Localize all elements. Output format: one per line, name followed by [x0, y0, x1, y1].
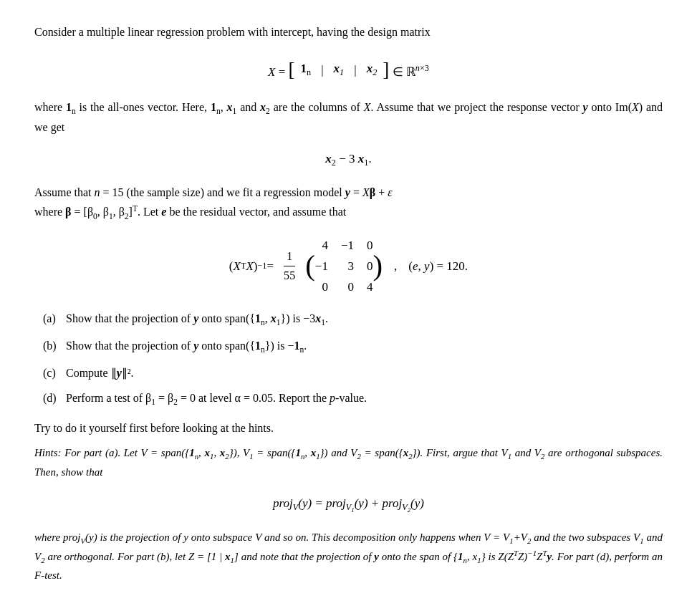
matrix-left-paren: ( [305, 254, 315, 279]
proj-decomp-display: projV(y) = projV1(y) + projV2(y) [34, 494, 663, 516]
m11: 3 [341, 256, 354, 276]
intro-paragraph: Consider a multiple linear regression pr… [34, 23, 663, 42]
hints-paragraph-2: where projV(y) is the projection of y on… [34, 529, 663, 584]
hints-section: Hints: For part (a). Let V = span({1n, x… [34, 444, 663, 584]
comma-sep: , [394, 256, 397, 276]
m12: 0 [367, 256, 373, 276]
part-a: (a) Show that the projection of y onto s… [34, 309, 663, 329]
part-b-label: (b) [43, 337, 63, 355]
m01: −1 [341, 236, 354, 255]
frac-numerator: 1 [284, 247, 295, 266]
projection-result-display: x2 − 3 x1. [34, 149, 663, 170]
part-c-label: (c) [43, 364, 63, 382]
matrix-right-paren: ) [373, 254, 383, 279]
projection-result: x2 − 3 x1. [325, 152, 371, 165]
part-a-label: (a) [43, 309, 63, 328]
m10: −1 [315, 256, 328, 276]
part-b-text: Show that the projection of y onto span(… [66, 340, 307, 352]
part-c: (c) Compute ∥y∥². [34, 364, 663, 382]
xtx-inverse-eq: (XTX)−1 = 1 55 ( 4 −1 0 −1 3 0 0 0 4 ) , [229, 236, 468, 297]
m00: 4 [315, 236, 328, 255]
m21: 0 [341, 277, 354, 297]
frac-denominator: 55 [281, 266, 298, 285]
part-d-label: (d) [43, 389, 63, 408]
intro-text: Consider a multiple linear regression pr… [34, 26, 431, 38]
inner-product: (e, y) = 120. [408, 256, 468, 276]
matrix-values: 4 −1 0 −1 3 0 0 0 4 [315, 236, 373, 297]
matrix-equation-display: (XTX)−1 = 1 55 ( 4 −1 0 −1 3 0 0 0 4 ) , [34, 236, 663, 297]
hints-paragraph-1: Hints: For part (a). Let V = span({1n, x… [34, 444, 663, 480]
proj-decomp-eq: projV(y) = projV1(y) + projV2(y) [273, 496, 424, 510]
m22: 4 [367, 277, 373, 297]
part-c-text: Compute ∥y∥². [66, 367, 134, 379]
main-content: Consider a multiple linear regression pr… [34, 23, 663, 584]
part-d-text: Perform a test of β1 = β2 = 0 at level α… [66, 392, 367, 404]
design-matrix-eq: X = [ 1n | x1 | x2 ] ∈ ℝn×3 [268, 65, 429, 79]
m20: 0 [315, 277, 328, 297]
try-text-span: Try to do it yourself first before looki… [34, 422, 274, 434]
part-d: (d) Perform a test of β1 = β2 = 0 at lev… [34, 389, 663, 409]
try-text: Try to do it yourself first before looki… [34, 419, 663, 438]
m02: 0 [367, 236, 373, 255]
where-1n-paragraph: where 1n is the all-ones vector. Here, 1… [34, 98, 663, 136]
design-matrix-display: X = [ 1n | x1 | x2 ] ∈ ℝn×3 [34, 54, 663, 86]
design-matrix-bracket: [ 1n | x1 | x2 ] [289, 54, 390, 86]
parts-list: (a) Show that the projection of y onto s… [34, 309, 663, 408]
assume-n-paragraph: Assume that n = 15 (the sample size) and… [34, 183, 663, 223]
part-b: (b) Show that the projection of y onto s… [34, 337, 663, 357]
part-a-text: Show that the projection of y onto span(… [66, 312, 328, 324]
